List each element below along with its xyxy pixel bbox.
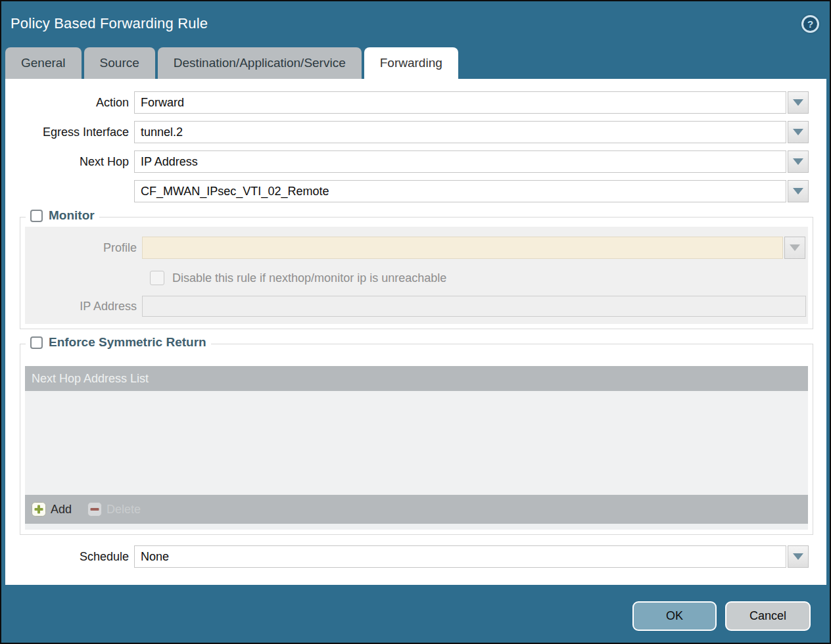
dialog-titlebar: Policy Based Forwarding Rule ? bbox=[1, 1, 830, 46]
chevron-down-icon bbox=[790, 244, 800, 251]
next-hop-address-combo: CF_MWAN_IPsec_VTI_02_Remote bbox=[134, 180, 809, 202]
tab-source-label: Source bbox=[100, 56, 139, 70]
cancel-button[interactable]: Cancel bbox=[725, 601, 811, 631]
schedule-label: Schedule bbox=[5, 550, 134, 564]
plus-icon bbox=[32, 502, 46, 517]
egress-interface-combo: tunnel.2 bbox=[134, 121, 809, 143]
egress-interface-select[interactable]: tunnel.2 bbox=[134, 121, 786, 143]
enforce-symmetric-return-checkbox[interactable] bbox=[30, 336, 43, 349]
next-hop-row: Next Hop IP Address bbox=[5, 150, 826, 173]
next-hop-address-row: CF_MWAN_IPsec_VTI_02_Remote bbox=[5, 180, 826, 202]
help-icon[interactable]: ? bbox=[801, 15, 819, 33]
egress-interface-row: Egress Interface tunnel.2 bbox=[5, 121, 826, 143]
delete-button: Delete bbox=[87, 502, 141, 517]
action-select[interactable]: Forward bbox=[134, 91, 786, 114]
monitor-legend: Monitor bbox=[26, 208, 99, 223]
tab-destination-application-service[interactable]: Destination/Application/Service bbox=[158, 47, 362, 79]
chevron-down-icon bbox=[793, 188, 803, 195]
table-scrollbar-area bbox=[25, 524, 808, 530]
monitor-checkbox[interactable] bbox=[30, 210, 43, 222]
schedule-select[interactable]: None bbox=[134, 545, 786, 568]
tab-forwarding[interactable]: Forwarding bbox=[364, 47, 458, 79]
enforce-symmetric-return-fieldset: Enforce Symmetric Return Next Hop Addres… bbox=[20, 344, 813, 535]
policy-based-forwarding-dialog: Policy Based Forwarding Rule ? General S… bbox=[0, 0, 831, 644]
help-glyph: ? bbox=[807, 18, 813, 30]
add-button[interactable]: Add bbox=[32, 502, 72, 517]
profile-dropdown-button bbox=[784, 237, 805, 259]
minus-icon bbox=[87, 502, 102, 517]
next-hop-dropdown-button[interactable] bbox=[788, 150, 809, 173]
profile-row: Profile bbox=[25, 237, 808, 259]
monitor-ip-address-input bbox=[142, 296, 806, 317]
tab-general[interactable]: General bbox=[5, 47, 82, 79]
next-hop-address-select[interactable]: CF_MWAN_IPsec_VTI_02_Remote bbox=[134, 180, 786, 202]
next-hop-combo: IP Address bbox=[134, 150, 809, 173]
next-hop-select[interactable]: IP Address bbox=[134, 150, 786, 173]
next-hop-label: Next Hop bbox=[5, 155, 134, 169]
profile-label: Profile bbox=[25, 241, 142, 255]
schedule-dropdown-button[interactable] bbox=[788, 545, 809, 568]
tab-general-label: General bbox=[21, 56, 66, 70]
add-button-label: Add bbox=[51, 503, 72, 517]
monitor-legend-label: Monitor bbox=[49, 208, 95, 223]
schedule-combo: None bbox=[134, 545, 809, 568]
table-body-empty[interactable] bbox=[25, 391, 808, 495]
ok-button[interactable]: OK bbox=[632, 601, 717, 631]
next-hop-address-dropdown-button[interactable] bbox=[788, 180, 809, 202]
profile-select bbox=[142, 237, 783, 259]
egress-interface-dropdown-button[interactable] bbox=[788, 121, 809, 143]
enforce-symmetric-return-legend: Enforce Symmetric Return bbox=[26, 335, 211, 350]
schedule-row: Schedule None bbox=[5, 545, 826, 568]
action-combo: Forward bbox=[134, 91, 809, 114]
profile-combo bbox=[142, 237, 805, 259]
tab-forwarding-label: Forwarding bbox=[380, 56, 442, 70]
table-footer: Add Delete bbox=[25, 495, 808, 524]
tab-bar: General Source Destination/Application/S… bbox=[1, 46, 830, 79]
monitor-fieldset: Monitor Profile Disable this rule if nex… bbox=[20, 217, 813, 329]
disable-rule-row: Disable this rule if nexthop/monitor ip … bbox=[150, 271, 808, 285]
monitor-ip-address-label: IP Address bbox=[25, 300, 142, 313]
next-hop-address-list-table: Next Hop Address List Add bbox=[25, 366, 808, 530]
tab-destination-application-service-label: Destination/Application/Service bbox=[174, 56, 346, 70]
forwarding-tab-panel: Action Forward Egress Interface tunnel.2… bbox=[5, 79, 826, 585]
chevron-down-icon bbox=[793, 553, 803, 560]
egress-interface-label: Egress Interface bbox=[5, 126, 134, 139]
action-row: Action Forward bbox=[5, 91, 826, 114]
table-header-next-hop-address-list: Next Hop Address List bbox=[25, 366, 808, 391]
chevron-down-icon bbox=[793, 129, 803, 135]
disable-rule-checkbox bbox=[150, 271, 164, 285]
action-dropdown-button[interactable] bbox=[788, 91, 809, 114]
dialog-title: Policy Based Forwarding Rule bbox=[11, 15, 208, 32]
tab-source[interactable]: Source bbox=[84, 47, 155, 79]
chevron-down-icon bbox=[793, 99, 803, 106]
dialog-footer: OK Cancel bbox=[1, 585, 830, 643]
delete-button-label: Delete bbox=[107, 503, 141, 517]
chevron-down-icon bbox=[793, 158, 803, 165]
monitor-ip-address-row: IP Address bbox=[25, 296, 808, 317]
monitor-body: Profile Disable this rule if nexthop/mon… bbox=[25, 227, 808, 324]
disable-rule-label: Disable this rule if nexthop/monitor ip … bbox=[172, 271, 446, 285]
enforce-symmetric-return-legend-label: Enforce Symmetric Return bbox=[49, 335, 206, 350]
table-header-label: Next Hop Address List bbox=[32, 372, 149, 386]
action-label: Action bbox=[5, 96, 134, 110]
